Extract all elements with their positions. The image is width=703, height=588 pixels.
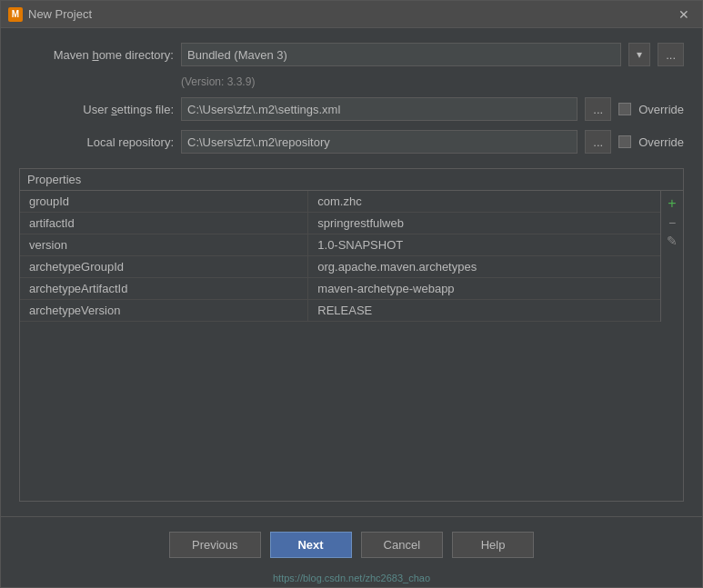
property-value: org.apache.maven.archetypes (308, 256, 660, 278)
local-repo-override-row: Override (618, 135, 684, 149)
property-key: archetypeGroupId (20, 256, 308, 278)
previous-button[interactable]: Previous (169, 532, 261, 558)
properties-sidebar-actions: + − ✎ (660, 191, 683, 322)
title-bar-left: M New Project (8, 7, 92, 22)
local-repo-label: Local repository: (19, 135, 174, 149)
help-button[interactable]: Help (452, 532, 534, 558)
local-repo-row: Local repository: ... Override (19, 130, 684, 154)
property-key: groupId (20, 191, 308, 213)
table-row[interactable]: groupIdcom.zhc (20, 191, 660, 213)
local-repo-override-label: Override (638, 135, 684, 149)
user-settings-override-label: Override (638, 103, 684, 116)
local-repo-input[interactable] (181, 130, 577, 154)
cancel-button[interactable]: Cancel (361, 532, 443, 558)
user-settings-label: User settings file: (19, 103, 174, 116)
dialog-footer: Previous Next Cancel Help (1, 516, 702, 573)
property-key: artifactId (20, 213, 308, 234)
property-key: archetypeArtifactId (20, 278, 308, 300)
local-repo-override-checkbox[interactable] (618, 135, 631, 148)
maven-home-input[interactable] (181, 43, 621, 66)
user-settings-override-checkbox[interactable] (618, 103, 631, 115)
property-value: springrestfulweb (308, 213, 660, 234)
property-value: maven-archetype-webapp (308, 278, 660, 300)
table-row[interactable]: artifactIdspringrestfulweb (20, 213, 660, 234)
maven-home-row: Maven home directory: ▾ ... (19, 43, 684, 66)
property-value: 1.0-SNAPSHOT (308, 234, 660, 256)
properties-header: Properties (20, 169, 683, 191)
table-row[interactable]: archetypeArtifactIdmaven-archetype-webap… (20, 278, 660, 300)
property-value: RELEASE (308, 300, 660, 322)
table-row[interactable]: archetypeGroupIdorg.apache.maven.archety… (20, 256, 660, 278)
properties-table-wrap: groupIdcom.zhcartifactIdspringrestfulweb… (20, 191, 683, 322)
maven-home-dots-button[interactable]: ... (658, 43, 684, 66)
property-key: version (20, 234, 308, 256)
app-icon: M (8, 7, 23, 22)
properties-table: groupIdcom.zhcartifactIdspringrestfulweb… (20, 191, 660, 322)
property-key: archetypeVersion (20, 300, 308, 322)
table-row[interactable]: version1.0-SNAPSHOT (20, 234, 660, 256)
user-settings-row: User settings file: ... Override (19, 97, 684, 121)
next-button[interactable]: Next (270, 532, 352, 558)
edit-property-button[interactable]: ✎ (663, 233, 681, 249)
maven-home-input-wrap (181, 43, 621, 66)
remove-property-button[interactable]: − (665, 214, 679, 231)
local-repo-dots-button[interactable]: ... (585, 130, 611, 154)
properties-section: Properties groupIdcom.zhcartifactIdsprin… (19, 168, 684, 502)
maven-version-text: (Version: 3.3.9) (181, 75, 684, 88)
add-property-button[interactable]: + (664, 194, 679, 213)
dialog-new-project: M New Project ✕ Maven home directory: ▾ … (0, 0, 703, 588)
watermark-text: https://blog.csdn.net/zhc2683_chao (1, 573, 702, 587)
maven-home-label: Maven home directory: (19, 48, 174, 62)
dialog-content: Maven home directory: ▾ ... (Version: 3.… (1, 28, 702, 516)
title-bar: M New Project ✕ (1, 1, 702, 28)
close-button[interactable]: ✕ (673, 5, 695, 24)
user-settings-override-row: Override (618, 103, 684, 116)
maven-home-dropdown[interactable]: ▾ (628, 43, 650, 66)
table-row[interactable]: archetypeVersionRELEASE (20, 300, 660, 322)
window-title: New Project (28, 7, 92, 21)
user-settings-dots-button[interactable]: ... (585, 97, 611, 121)
user-settings-input[interactable] (181, 97, 577, 121)
property-value: com.zhc (308, 191, 660, 213)
